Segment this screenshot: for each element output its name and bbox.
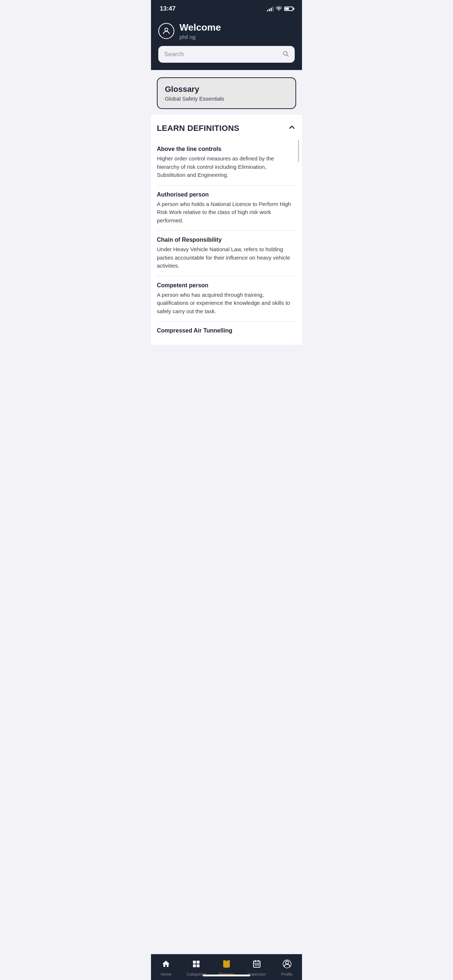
definition-desc: A person who holds a National Licence to… — [157, 200, 296, 225]
wifi-icon — [276, 6, 282, 12]
definition-desc: Higher order control measures as defined… — [157, 154, 296, 180]
learn-header[interactable]: LEARN DEFINITIONS — [157, 115, 296, 140]
header: Welcome phil ng — [151, 16, 302, 70]
status-time: 13:47 — [160, 5, 175, 13]
learn-section: LEARN DEFINITIONS Above the line control… — [151, 115, 302, 345]
definition-desc: A person who has acquired through traini… — [157, 291, 296, 316]
avatar — [158, 23, 174, 39]
content-wrapper: Glossary Global Safety Essentials LEARN … — [151, 70, 302, 381]
definition-item: Competent person A person who has acquir… — [157, 276, 296, 322]
user-info: Welcome phil ng — [158, 22, 295, 40]
definition-item: Authorised person A person who holds a N… — [157, 186, 296, 231]
definition-term: Chain of Responsibility — [157, 237, 296, 243]
definition-term: Compressed Air Tunnelling — [157, 328, 296, 334]
chevron-up-icon[interactable] — [287, 123, 296, 134]
search-icon — [282, 50, 289, 58]
battery-icon — [284, 6, 293, 11]
definition-term: Competent person — [157, 282, 296, 289]
definition-term: Above the line controls — [157, 146, 296, 153]
definition-item: Above the line controls Higher order con… — [157, 140, 296, 186]
glossary-card-subtitle: Global Safety Essentials — [165, 95, 288, 102]
welcome-label: Welcome — [179, 22, 221, 33]
svg-point-0 — [165, 28, 168, 31]
status-bar: 13:47 — [151, 0, 302, 16]
scroll-indicator — [298, 140, 299, 162]
definition-item: Chain of Responsibility Under Heavy Vehi… — [157, 231, 296, 276]
glossary-card[interactable]: Glossary Global Safety Essentials — [157, 77, 296, 109]
definitions-container: Above the line controls Higher order con… — [157, 140, 296, 345]
user-text: Welcome phil ng — [179, 22, 221, 40]
search-input[interactable] — [164, 51, 282, 58]
learn-definitions-title: LEARN DEFINITIONS — [157, 124, 239, 133]
svg-line-2 — [287, 55, 288, 56]
status-icons — [267, 6, 293, 12]
definition-term: Authorised person — [157, 191, 296, 198]
signal-icon — [267, 6, 274, 11]
glossary-card-wrap: Glossary Global Safety Essentials — [151, 70, 302, 115]
username: phil ng — [179, 34, 221, 40]
search-bar[interactable] — [158, 46, 295, 63]
definition-item: Compressed Air Tunnelling — [157, 321, 296, 345]
glossary-card-title: Glossary — [165, 84, 288, 94]
definition-desc: Under Heavy Vehicle National Law, refers… — [157, 245, 296, 270]
